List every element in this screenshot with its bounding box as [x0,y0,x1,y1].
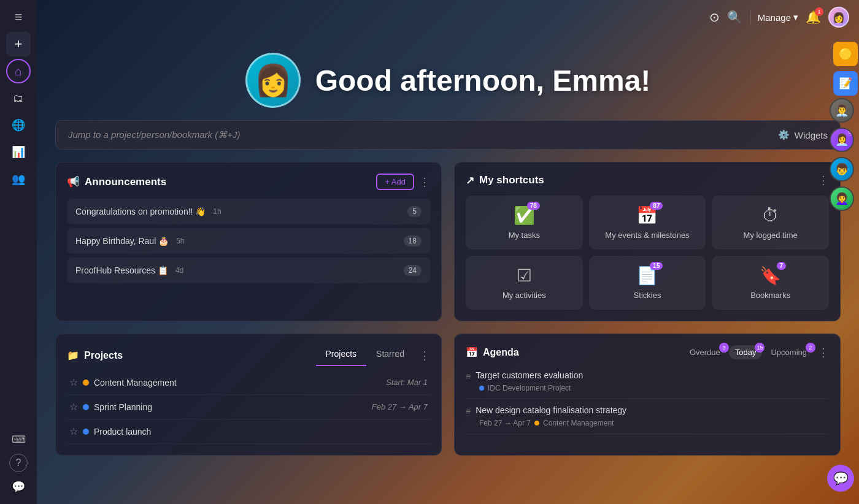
shortcut-my-activities[interactable]: ☑ My activities [466,256,583,310]
chat-button[interactable]: 💬 [827,465,854,492]
search-icon[interactable]: 🔍 [727,10,742,25]
announcements-title: 📢 Announcements [67,175,166,188]
shortcuts-title: ↗ My shortcuts [466,174,544,187]
stickies-badge: 15 [650,262,663,270]
announcements-panel: 📢 Announcements + Add ⋮ Congratulations … [55,162,442,321]
agenda-dot-2 [534,421,539,426]
projects-panel: 📁 Projects Projects Starred ⋮ ☆ [55,334,442,456]
notification-bell[interactable]: 🔔 1 [806,10,821,25]
shortcut-logged-time[interactable]: ⏱ My logged time [712,196,829,250]
announcement-item-1[interactable]: Congratulations on promotion!! 👋 1h 5 [67,199,430,224]
announcement-label-2: Happy Birthday, Raul 🎂 5h [75,236,185,246]
manage-button[interactable]: Manage ▾ [758,12,798,23]
shortcuts-more-button[interactable]: ⋮ [818,174,829,187]
agenda-item-1[interactable]: ≡ Target customers evaluation IDC Develo… [466,364,829,399]
sidebar-item-people[interactable]: 👥 [6,167,31,191]
project-item-1[interactable]: ☆ Content Management Start: Mar 1 [67,370,430,395]
widgets-button[interactable]: ⚙️ Widgets [778,129,828,140]
upcoming-badge: 2 [806,343,815,353]
share-icon: ↗ [466,174,474,187]
sidebar-item-menu[interactable]: ≡ [6,5,31,29]
agenda-item-header-1: ≡ Target customers evaluation [466,370,829,381]
folder-icon: 📁 [67,349,79,361]
sidebar-item-keyboard[interactable]: ⌨ [6,427,31,451]
agenda-tab-upcoming[interactable]: Upcoming 2 [765,345,813,359]
shortcuts-grid: ✅ 78 My tasks 📅 87 My events & milestone… [466,196,829,310]
welcome-greeting: Good afternoon, Emma! [315,64,651,97]
sticky-note-button[interactable]: 🟡 [833,42,858,66]
tab-projects[interactable]: Projects [316,345,367,366]
agenda-tabs: Overdue 3 Today 15 Upcoming 2 [684,345,813,359]
overdue-badge: 3 [719,343,729,353]
avatar-badge-2: 5 [846,128,854,136]
projects-more-button[interactable]: ⋮ [419,349,430,362]
agenda-header: 📅 Agenda Overdue 3 Today 15 [466,345,829,359]
right-avatar-1[interactable]: 👨‍💼 [830,98,854,123]
sidebar-item-chart[interactable]: 📊 [6,140,31,164]
announcement-item-2[interactable]: Happy Birthday, Raul 🎂 5h 18 [67,228,430,254]
projects-tabs: Projects Starred [316,345,415,365]
bookmarks-badge: 7 [777,262,787,270]
sidebar-item-add[interactable]: + [6,32,31,56]
tasks-badge: 78 [527,202,540,210]
announcement-label-3: ProofHub Resources 📋 4d [75,265,183,275]
right-avatar-4[interactable]: 👩‍🦱 [830,186,854,211]
sidebar-item-chat[interactable]: 💬 [6,475,31,499]
right-avatar-2[interactable]: 👩‍💼 5 [830,128,854,152]
star-icon-3: ☆ [69,426,78,437]
sidebar-item-home[interactable]: ⌂ [6,59,31,83]
project-item-3[interactable]: ☆ Product launch [67,419,430,444]
user-avatar[interactable]: 👩 [828,7,849,28]
events-icon: 📅 87 [636,205,658,226]
sidebar: ≡ + ⌂ 🗂 🌐 📊 👥 ⌨ ? 💬 [0,0,37,504]
agenda-actions: Overdue 3 Today 15 Upcoming 2 [684,345,829,359]
page-content: 👩 Good afternoon, Emma! Jump to a projec… [37,0,859,504]
main-content: ⊙ 🔍 Manage ▾ 🔔 1 👩 🟡 📝 👨‍💼 👩‍💼 5 👦 👩‍🦱 💬 [37,0,859,504]
project-left-2: ☆ Sprint Planning [69,401,152,413]
stickies-icon: 📄 15 [636,265,658,286]
megaphone-icon: 📢 [67,175,80,188]
agenda-tab-overdue[interactable]: Overdue 3 [684,345,726,359]
user-welcome-avatar: 👩 [245,53,301,108]
shortcut-bookmarks[interactable]: 🔖 7 Bookmarks [712,256,829,310]
agenda-tab-today[interactable]: Today 15 [729,345,763,359]
bottom-row: 📁 Projects Projects Starred ⋮ ☆ [55,334,841,456]
announcements-header: 📢 Announcements + Add ⋮ [67,174,430,190]
right-avatar-3[interactable]: 👦 [830,157,854,181]
announcement-label-1: Congratulations on promotion!! 👋 1h [75,207,221,216]
star-icon-2: ☆ [69,401,78,413]
list-icon-2: ≡ [466,407,471,416]
sidebar-item-help[interactable]: ? [9,454,28,472]
topbar-divider [750,10,750,25]
agenda-more-button[interactable]: ⋮ [818,346,829,359]
notification-badge: 1 [815,7,823,16]
project-item-2[interactable]: ☆ Sprint Planning Feb 27 → Apr 7 [67,395,430,419]
agenda-item-2[interactable]: ≡ New design catalog finalisation strate… [466,399,829,434]
announcements-more-button[interactable]: ⋮ [419,175,430,189]
today-badge: 15 [755,343,765,353]
shortcut-stickies[interactable]: 📄 15 Stickies [589,256,706,310]
topbar: ⊙ 🔍 Manage ▾ 🔔 1 👩 [37,0,859,34]
tab-starred[interactable]: Starred [366,345,414,366]
shortcut-my-tasks[interactable]: ✅ 78 My tasks [466,196,583,250]
search-bar[interactable]: Jump to a project/person/bookmark (⌘+J) … [55,120,841,150]
tasks-icon: ✅ 78 [514,205,535,226]
sidebar-item-globe[interactable]: 🌐 [6,113,31,137]
project-left-1: ☆ Content Management [69,376,177,388]
project-dot-2 [83,404,89,410]
project-dot-3 [83,429,89,435]
clock-icon[interactable]: ⊙ [709,10,720,25]
panels-row: 📢 Announcements + Add ⋮ Congratulations … [55,162,841,321]
add-announcement-button[interactable]: + Add [376,174,414,190]
announcement-item-3[interactable]: ProofHub Resources 📋 4d 24 [67,258,430,283]
project-dot-1 [83,380,89,386]
timer-icon: ⏱ [762,205,779,226]
agenda-panel: 📅 Agenda Overdue 3 Today 15 [454,334,841,456]
sidebar-item-folder[interactable]: 🗂 [6,86,31,110]
search-placeholder: Jump to a project/person/bookmark (⌘+J) [68,129,241,140]
welcome-section: 👩 Good afternoon, Emma! [55,34,841,120]
shortcuts-panel: ↗ My shortcuts ⋮ ✅ 78 My tasks [454,162,841,321]
document-button[interactable]: 📝 [833,71,858,96]
bookmarks-icon: 🔖 7 [760,265,781,286]
shortcut-my-events[interactable]: 📅 87 My events & milestones [589,196,706,250]
